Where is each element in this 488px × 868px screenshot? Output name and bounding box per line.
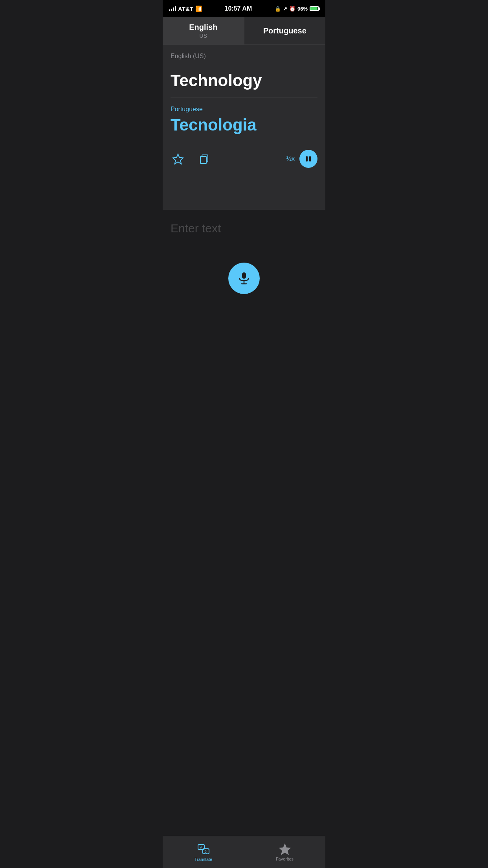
microphone-icon	[237, 271, 251, 286]
signal-icon	[169, 6, 176, 11]
action-right-buttons: ½x	[286, 150, 317, 168]
action-row: ½x	[171, 146, 317, 176]
pause-button[interactable]	[299, 150, 317, 168]
translation-area: English (US) Technology Portuguese Tecno…	[163, 45, 325, 210]
svg-rect-4	[242, 272, 246, 279]
status-bar: AT&T 📶 10:57 AM 🔒 ↗ ⏰ 96%	[163, 0, 325, 17]
source-language-sub: US	[200, 33, 207, 39]
source-language-button[interactable]: English US	[163, 17, 244, 44]
status-left: AT&T 📶	[169, 6, 202, 12]
time-label: 10:57 AM	[225, 5, 252, 12]
favorite-button[interactable]	[171, 151, 185, 166]
lock-icon: 🔒	[275, 6, 281, 12]
battery-percent: 96%	[297, 6, 308, 12]
svg-marker-0	[173, 154, 183, 164]
location-icon: ↗	[283, 6, 287, 12]
status-right: 🔒 ↗ ⏰ 96%	[275, 6, 319, 12]
star-icon	[172, 153, 184, 165]
target-language-name: Portuguese	[263, 26, 306, 35]
svg-rect-2	[200, 156, 206, 164]
copy-icon	[199, 153, 210, 164]
target-language-button[interactable]: Portuguese	[244, 17, 326, 44]
target-translation-text: Tecnologia	[171, 116, 317, 134]
wifi-icon: 📶	[195, 6, 202, 12]
microphone-button[interactable]	[228, 263, 260, 294]
copy-button[interactable]	[197, 152, 211, 166]
battery-icon	[310, 6, 319, 11]
source-translation-text: Technology	[171, 72, 317, 90]
language-selector: English US Portuguese	[163, 17, 325, 45]
action-left-buttons	[171, 151, 211, 166]
carrier-label: AT&T	[178, 6, 193, 12]
source-language-label: English (US)	[171, 53, 317, 60]
alarm-icon: ⏰	[289, 6, 295, 12]
speed-label: ½x	[286, 155, 295, 162]
input-area: Enter text	[163, 210, 325, 341]
target-language-label: Portuguese	[171, 106, 317, 113]
pause-icon	[306, 156, 311, 162]
source-language-name: English	[189, 23, 217, 32]
translation-divider	[171, 97, 317, 98]
text-input-placeholder[interactable]: Enter text	[171, 222, 317, 235]
